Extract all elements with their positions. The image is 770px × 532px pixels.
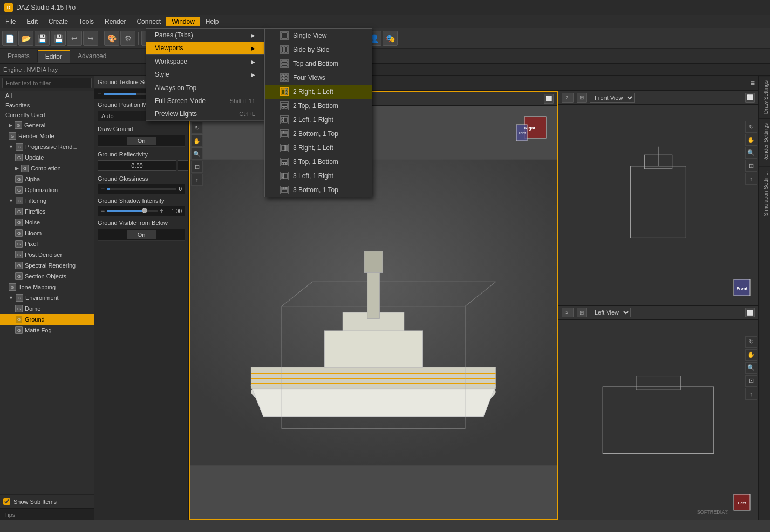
toolbar-new[interactable]: 📄 <box>2 31 17 46</box>
vp-left-pan[interactable]: ✋ <box>745 349 757 361</box>
vp-left-grid[interactable]: ⊞ <box>577 308 587 317</box>
tree-item-render-mode[interactable]: G Render Mode <box>0 131 94 141</box>
menu-edit[interactable]: Edit <box>21 17 43 26</box>
menu-entry-preview-lights[interactable]: Preview Lights Ctrl+L <box>146 107 264 120</box>
vp-front-pan[interactable]: ✋ <box>745 134 757 146</box>
tab-presets[interactable]: Presets <box>0 50 38 62</box>
tab-editor[interactable]: Editor <box>38 50 70 63</box>
vp-front-grid[interactable]: ⊞ <box>577 93 587 103</box>
vp-left-up[interactable]: ↑ <box>745 388 757 400</box>
vp-left-rotate[interactable]: ↻ <box>745 336 757 348</box>
reflectivity-input2[interactable] <box>178 160 189 171</box>
sub-four-views[interactable]: Four Views <box>265 71 372 85</box>
vp-expand-btn[interactable]: ⬜ <box>544 94 554 104</box>
menu-tools[interactable]: Tools <box>73 17 99 26</box>
vp-front-select[interactable]: Front View <box>590 93 635 103</box>
vp-left-select[interactable]: Left View <box>590 308 631 317</box>
menu-entry-always-on-top[interactable]: Always on Top <box>146 81 264 94</box>
nav-cube-left[interactable]: Left <box>731 492 753 515</box>
tree-item-completion[interactable]: ▶ G Completion <box>0 163 94 174</box>
tree-item-dome[interactable]: G Dome <box>0 303 94 314</box>
tree-item-post-denoiser[interactable]: G Post Denoiser <box>0 249 94 260</box>
visible-below-toggle[interactable]: On <box>98 229 185 241</box>
menu-window[interactable]: Window <box>166 17 200 26</box>
vp-front-cam[interactable]: 2: <box>562 93 574 103</box>
shadow-minus[interactable]: − <box>101 207 105 215</box>
vp-menu-btn[interactable]: ≡ <box>747 78 758 88</box>
tree-item-noise[interactable]: G Noise <box>0 217 94 228</box>
menu-entry-style[interactable]: Style ▶ <box>146 68 264 81</box>
menu-create[interactable]: Create <box>43 17 73 26</box>
toolbar-save-as[interactable]: 💾 <box>51 31 66 46</box>
toolbar-settings[interactable]: ⚙ <box>120 31 135 46</box>
toolbar-render[interactable]: 🎨 <box>104 31 119 46</box>
tree-item-favorites[interactable]: Favorites <box>0 100 94 110</box>
sub-3t1b[interactable]: 3 Top, 1 Bottom <box>265 155 372 169</box>
minus-btn[interactable]: − <box>98 90 101 98</box>
sub-side-by-side[interactable]: Side by Side <box>265 43 372 57</box>
vp-front-up[interactable]: ↑ <box>745 173 757 185</box>
tree-item-spectral[interactable]: G Spectral Rendering <box>0 260 94 271</box>
gloss-minus[interactable]: − <box>101 185 105 193</box>
vp-front-expand[interactable]: ⬜ <box>745 93 755 103</box>
tree-item-progressive[interactable]: ▼ G Progressive Rend... <box>0 141 94 152</box>
sub-3r1l[interactable]: 3 Right, 1 Left <box>265 141 372 155</box>
vtab-draw-settings[interactable]: Draw Settings <box>759 76 770 118</box>
nav-cube-front[interactable]: Front <box>731 277 753 300</box>
vp-side-zoom[interactable]: 🔍 <box>191 148 203 160</box>
tree-item-bloom[interactable]: G Bloom <box>0 228 94 238</box>
vp-left-zoom[interactable]: 🔍 <box>745 362 757 374</box>
tree-item-fireflies[interactable]: G Fireflies <box>0 206 94 217</box>
vp-front-frame[interactable]: ⊡ <box>745 160 757 172</box>
shadow-slider[interactable] <box>107 210 158 212</box>
tree-item-update[interactable]: G Update <box>0 152 94 163</box>
vp-front-rotate[interactable]: ↻ <box>745 121 757 133</box>
glossiness-slider[interactable] <box>107 188 176 190</box>
sub-single-view[interactable]: Single View <box>265 29 372 43</box>
tree-item-environment[interactable]: ▼ G Environment <box>0 292 94 303</box>
sub-top-bottom[interactable]: Top and Bottom <box>265 57 372 71</box>
vp-left-expand[interactable]: ⬜ <box>745 308 755 317</box>
tree-item-optimization[interactable]: G Optimization <box>0 185 94 195</box>
sub-2r1l[interactable]: 2 Right, 1 Left <box>265 85 372 99</box>
sub-2b1t[interactable]: 2 Bottom, 1 Top <box>265 127 372 141</box>
menu-entry-workspace[interactable]: Workspace ▶ <box>146 55 264 68</box>
viewport-front[interactable]: 2: ⊞ Front View ⬜ <box>558 91 758 305</box>
sub-3l1r[interactable]: 3 Left, 1 Right <box>265 169 372 183</box>
menu-entry-fullscreen[interactable]: Full Screen Mode Shift+F11 <box>146 94 264 107</box>
tab-advanced[interactable]: Advanced <box>70 50 114 62</box>
vp-left-cam[interactable]: 2: <box>562 308 574 317</box>
vp-side-frame[interactable]: ⊡ <box>191 161 203 173</box>
search-input[interactable] <box>2 78 92 88</box>
viewport-perspective[interactable]: 📷 ⚙ ⊞ Perspective View ⬜ <box>189 91 558 520</box>
menu-file[interactable]: File <box>0 17 21 26</box>
toolbar-b8[interactable]: 🎭 <box>383 31 398 46</box>
reflectivity-input1[interactable] <box>98 160 176 171</box>
show-sub-items-checkbox[interactable] <box>3 498 10 505</box>
tree-item-tone-mapping[interactable]: G Tone Mapping <box>0 282 94 292</box>
toolbar-save[interactable]: 💾 <box>35 31 50 46</box>
vp-side-pan[interactable]: ✋ <box>191 135 203 147</box>
menu-help[interactable]: Help <box>200 17 224 26</box>
tree-item-all[interactable]: All <box>0 91 94 100</box>
shadow-plus[interactable]: + <box>160 207 163 215</box>
vp-side-rotate[interactable]: ↻ <box>191 122 203 134</box>
toolbar-undo[interactable]: ↩ <box>67 31 82 46</box>
sub-3b1t[interactable]: 3 Bottom, 1 Top <box>265 183 372 197</box>
tree-item-currently-used[interactable]: Currently Used <box>0 110 94 120</box>
tree-item-alpha[interactable]: G Alpha <box>0 174 94 185</box>
menu-entry-viewports[interactable]: Viewports ▶ <box>146 42 264 54</box>
menu-connect[interactable]: Connect <box>131 17 166 26</box>
tree-item-pixel[interactable]: G Pixel <box>0 238 94 249</box>
tree-item-filtering[interactable]: ▼ G Filtering <box>0 195 94 206</box>
vp-front-zoom[interactable]: 🔍 <box>745 147 757 159</box>
tree-item-matte-fog[interactable]: G Matte Fog <box>0 325 94 336</box>
toolbar-open[interactable]: 📂 <box>18 31 33 46</box>
toolbar-redo[interactable]: ↪ <box>83 31 98 46</box>
vp-side-up[interactable]: ↑ <box>191 174 203 186</box>
viewport-left[interactable]: 2: ⊞ Left View ⬜ <box>558 306 758 521</box>
nav-cube-main[interactable]: Right Front <box>514 111 551 151</box>
vtab-simulation-settings[interactable]: Simulation Settin... <box>759 166 770 220</box>
tree-item-section-objects[interactable]: G Section Objects <box>0 271 94 282</box>
sub-2l1r[interactable]: 2 Left, 1 Right <box>265 113 372 127</box>
